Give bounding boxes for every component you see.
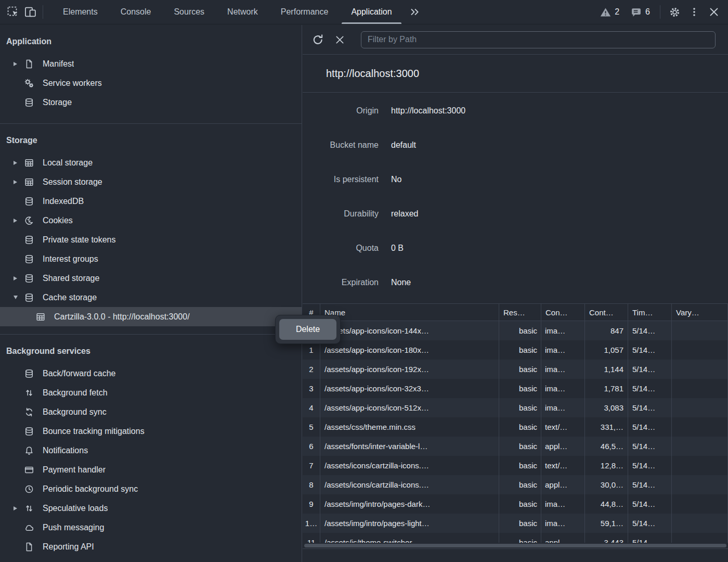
cell-cont[interactable]: 12,8… [585,456,628,475]
cell-con[interactable]: ima… [541,398,585,417]
device-toolbar-icon[interactable] [22,3,40,21]
cell-num[interactable]: 5 [303,417,320,437]
cell-vary[interactable] [672,494,728,514]
cell-vary[interactable] [672,398,728,417]
cell-tim[interactable]: 5/14… [628,533,672,543]
table-row[interactable]: 5/assets/css/theme.min.cssbasictext/…331… [303,417,728,437]
sidebar-item-local-storage[interactable]: Local storage [0,153,302,172]
cell-tim[interactable]: 5/14… [628,340,672,360]
cell-con[interactable]: ima… [541,494,585,514]
cell-num[interactable]: 9 [303,494,320,514]
cell-res[interactable]: basic [499,360,541,379]
sidebar-item-background-fetch[interactable]: Background fetch [0,383,302,402]
more-tabs-icon[interactable] [404,6,425,18]
sidebar-item-storage[interactable]: Storage [0,93,302,112]
cell-tim[interactable]: 5/14… [628,360,672,379]
table-row[interactable]: 6/assets/fonts/inter-variable-l…basicapp… [303,437,728,456]
cell-vary[interactable] [672,321,728,340]
chevron-down-icon[interactable] [14,296,24,299]
chevron-right-icon[interactable] [14,219,24,223]
filter-by-path-input[interactable] [361,31,716,48]
sidebar-item-payment-handler[interactable]: Payment handler [0,460,302,479]
cell-cont[interactable]: 30,0… [585,475,628,494]
table-row[interactable]: 2/assets/app-icons/icon-192x…basicima…1,… [303,360,728,379]
sidebar-item-periodic-background-sync[interactable]: Periodic background sync [0,479,302,499]
column-header-res[interactable]: Res… [499,304,541,321]
sidebar-item-push-messaging[interactable]: Push messaging [0,518,302,537]
cell-tim[interactable]: 5/14… [628,494,672,514]
sidebar-item-private-state-tokens[interactable]: Private state tokens [0,230,302,249]
cell-name[interactable]: /assets/app-icons/icon-144x… [320,321,499,340]
cell-tim[interactable]: 5/14… [628,514,672,533]
sidebar-item-service-workers[interactable]: Service workers [0,73,302,93]
cell-vary[interactable] [672,514,728,533]
sidebar-item-bounce-tracking-mitigations[interactable]: Bounce tracking mitigations [0,422,302,441]
clear-icon[interactable] [332,32,347,47]
cell-vary[interactable] [672,475,728,494]
table-row[interactable]: 9/assets/img/intro/pages-dark…basicima…4… [303,494,728,514]
table-row[interactable]: 1/assets/app-icons/icon-180x…basicima…1,… [303,340,728,360]
chevron-right-icon[interactable] [14,506,24,510]
tab-elements[interactable]: Elements [51,0,109,24]
cell-cont[interactable]: 1,781 [585,379,628,398]
cell-num[interactable]: 2 [303,360,320,379]
sidebar-item-interest-groups[interactable]: Interest groups [0,249,302,269]
cell-cont[interactable]: 3,083 [585,398,628,417]
cell-tim[interactable]: 5/14… [628,398,672,417]
cell-cont[interactable]: 59,1… [585,514,628,533]
cell-tim[interactable]: 5/14… [628,321,672,340]
sidebar-item-indexeddb[interactable]: IndexedDB [0,191,302,211]
cell-cont[interactable]: 46,5… [585,437,628,456]
cell-tim[interactable]: 5/14… [628,456,672,475]
cell-tim[interactable]: 5/14… [628,417,672,437]
chevron-right-icon[interactable] [14,180,24,184]
sidebar-item-notifications[interactable]: Notifications [0,441,302,460]
inspect-element-icon[interactable] [4,3,22,21]
cell-name[interactable]: /assets/app-icons/icon-32x3… [320,379,499,398]
cell-cont[interactable]: 3,443 [585,533,628,543]
cell-num[interactable]: 6 [303,437,320,456]
cell-res[interactable]: basic [499,456,541,475]
cell-res[interactable]: basic [499,475,541,494]
tab-application[interactable]: Application [340,0,403,24]
warnings-indicator[interactable]: 2 [595,7,624,18]
cell-res[interactable]: basic [499,340,541,360]
sidebar-item-session-storage[interactable]: Session storage [0,172,302,191]
sidebar-item-cartzilla-3-0-0-http-localhost-3000[interactable]: Cartzilla-3.0.0 - http://localhost:3000/ [0,307,302,326]
cell-num[interactable]: 4 [303,398,320,417]
cell-tim[interactable]: 5/14… [628,379,672,398]
cell-con[interactable]: ima… [541,379,585,398]
column-header-tim[interactable]: Tim… [628,304,672,321]
cell-res[interactable]: basic [499,437,541,456]
table-row[interactable]: 4/assets/app-icons/icon-512x…basicima…3,… [303,398,728,417]
cell-res[interactable]: basic [499,494,541,514]
cell-name[interactable]: /assets/img/intro/pages-light… [320,514,499,533]
cell-name[interactable]: /assets/js/theme-switcher… [320,533,499,543]
cell-con[interactable]: text/… [541,456,585,475]
column-header-vary[interactable]: Vary… [672,304,728,321]
cell-num[interactable]: 3 [303,379,320,398]
cell-con[interactable]: ima… [541,321,585,340]
table-row[interactable]: 0/assets/app-icons/icon-144x…basicima…84… [303,321,728,340]
refresh-icon[interactable] [310,32,326,47]
cell-con[interactable]: appl… [541,475,585,494]
cell-num[interactable]: 7 [303,456,320,475]
chevron-right-icon[interactable] [14,62,24,66]
chevron-right-icon[interactable] [14,276,24,280]
cell-vary[interactable] [672,417,728,437]
cell-name[interactable]: /assets/fonts/inter-variable-l… [320,437,499,456]
cell-cont[interactable]: 847 [585,321,628,340]
sidebar-item-back-forward-cache[interactable]: Back/forward cache [0,364,302,383]
cell-cont[interactable]: 331,… [585,417,628,437]
cell-con[interactable]: ima… [541,514,585,533]
table-row[interactable]: 3/assets/app-icons/icon-32x3…basicima…1,… [303,379,728,398]
sidebar-item-shared-storage[interactable]: Shared storage [0,269,302,288]
table-row[interactable]: 1…/assets/img/intro/pages-light…basicima… [303,514,728,533]
cell-res[interactable]: basic [499,533,541,543]
cell-cont[interactable]: 1,057 [585,340,628,360]
cell-con[interactable]: ima… [541,360,585,379]
cell-vary[interactable] [672,456,728,475]
kebab-menu-icon[interactable] [685,3,703,21]
delete-menu-item[interactable]: Delete [279,319,336,340]
cell-res[interactable]: basic [499,514,541,533]
